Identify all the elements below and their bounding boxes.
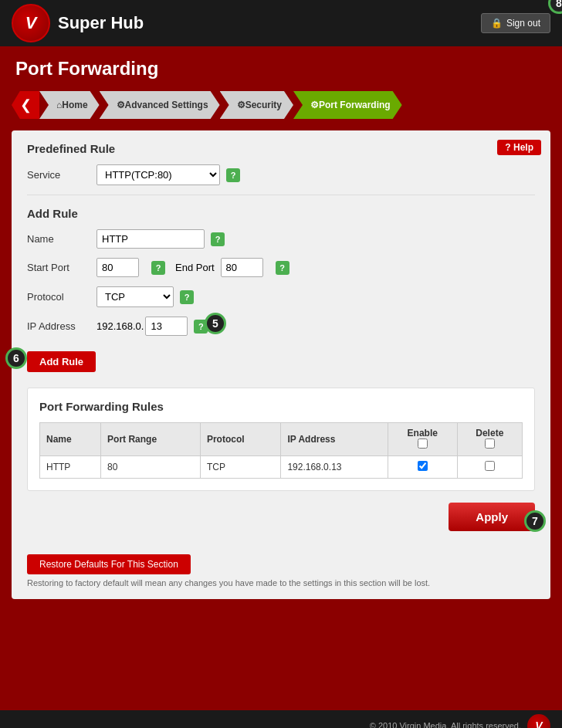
- row-port-range: 80: [101, 456, 201, 479]
- add-rule-area: 6 Add Rule: [27, 345, 96, 380]
- divider-1: [27, 195, 535, 195]
- name-help-icon[interactable]: ?: [211, 232, 225, 246]
- ip-address-prefix: 192.168.0.: [96, 320, 144, 332]
- delete-all-checkbox[interactable]: [485, 438, 495, 449]
- end-port-label: End Port: [175, 262, 215, 273]
- restore-note: Restoring to factory default will mean a…: [27, 578, 535, 587]
- nav-advanced-settings[interactable]: ⚙ Advanced Settings: [100, 91, 220, 119]
- footer-logo: V: [527, 714, 550, 728]
- protocol-row: Protocol TCP UDP TCP/UDP ?: [27, 286, 535, 307]
- add-rule-button[interactable]: Add Rule: [27, 351, 96, 372]
- service-label: Service: [27, 169, 96, 181]
- content-panel: ? Help Predefined Rule Service HTTP(TCP:…: [12, 130, 550, 599]
- row-enable-checkbox[interactable]: [418, 461, 428, 471]
- step-badge-7: 7: [524, 510, 546, 532]
- logo-area: Super Hub: [12, 4, 144, 42]
- protocol-select[interactable]: TCP UDP TCP/UDP: [96, 286, 174, 307]
- sign-out-button[interactable]: 🔒 Sign out: [481, 13, 550, 33]
- protocol-help-icon[interactable]: ?: [180, 290, 194, 304]
- start-port-input[interactable]: [96, 258, 139, 277]
- name-label: Name: [27, 233, 96, 245]
- port-row: Start Port ? End Port ?: [27, 258, 535, 277]
- home-icon: ⌂: [56, 100, 62, 110]
- apply-button[interactable]: Apply: [449, 503, 535, 531]
- nav-security[interactable]: ⚙ Security: [220, 91, 293, 119]
- enable-all-checkbox[interactable]: [418, 438, 428, 449]
- ip-address-label: IP Address: [27, 320, 96, 332]
- protocol-label: Protocol: [27, 291, 96, 303]
- header: Super Hub 🔒 Sign out 8: [0, 0, 562, 46]
- port-forwarding-rules-section: Port Forwarding Rules Name Port Range Pr…: [27, 388, 535, 491]
- ip-address-input[interactable]: [145, 317, 188, 336]
- row-ip-address: 192.168.0.13: [281, 456, 388, 479]
- rules-table: Name Port Range Protocol IP Address Enab…: [39, 422, 523, 479]
- restore-section: Restore Defaults For This Section Restor…: [27, 547, 535, 587]
- nav-home[interactable]: ⌂ Home: [39, 91, 100, 119]
- sign-out-icon: 🔒: [491, 18, 503, 29]
- port-forwarding-icon: ⚙: [310, 100, 319, 110]
- settings-icon: ⚙: [117, 100, 125, 110]
- app-title: Super Hub: [58, 13, 144, 33]
- col-protocol: Protocol: [200, 423, 280, 456]
- restore-defaults-button[interactable]: Restore Defaults For This Section: [27, 554, 191, 574]
- step-badge-8: 8: [548, 0, 562, 14]
- predefined-rule-title: Predefined Rule: [27, 142, 535, 155]
- add-rule-title: Add Rule: [27, 207, 535, 220]
- col-ip-address: IP Address: [281, 423, 388, 456]
- start-port-help-icon[interactable]: ?: [151, 261, 165, 275]
- main-container: Port Forwarding ❮ ⌂ Home ⚙ Advanced Sett…: [0, 46, 562, 710]
- footer: © 2010 Virgin Media. All rights reserved…: [0, 710, 562, 728]
- row-delete-checkbox[interactable]: [485, 461, 495, 471]
- rules-table-title: Port Forwarding Rules: [39, 400, 523, 413]
- service-select[interactable]: HTTP(TCP:80) FTP(TCP:21) SMTP(TCP:25) PO…: [96, 164, 220, 185]
- nav-back-button[interactable]: ❮: [12, 91, 39, 119]
- col-enable: Enable: [388, 423, 457, 456]
- table-row: HTTP 80 TCP 192.168.0.13: [40, 456, 523, 479]
- end-port-help-icon[interactable]: ?: [276, 261, 289, 275]
- help-button[interactable]: ? Help: [497, 140, 541, 155]
- service-row: Service HTTP(TCP:80) FTP(TCP:21) SMTP(TC…: [27, 164, 535, 185]
- service-help-icon[interactable]: ?: [226, 168, 240, 182]
- row-protocol: TCP: [200, 456, 280, 479]
- col-delete: Delete: [457, 423, 522, 456]
- col-name: Name: [40, 423, 101, 456]
- copyright-text: © 2010 Virgin Media. All rights reserved…: [370, 721, 521, 728]
- row-enable-cell: [388, 456, 457, 479]
- virgin-media-logo: [12, 4, 50, 42]
- step-badge-5: 5: [205, 313, 226, 334]
- nav-port-forwarding[interactable]: ⚙ Port Forwarding: [293, 91, 402, 119]
- security-icon: ⚙: [237, 100, 245, 110]
- ip-address-row: IP Address 192.168.0. ? 5: [27, 317, 535, 336]
- name-row: Name ?: [27, 229, 535, 249]
- breadcrumb-nav: ❮ ⌂ Home ⚙ Advanced Settings ⚙ Security …: [12, 91, 550, 119]
- end-port-input[interactable]: [221, 258, 263, 277]
- page-title: Port Forwarding: [12, 58, 550, 80]
- start-port-label: Start Port: [27, 262, 96, 273]
- col-port-range: Port Range: [101, 423, 201, 456]
- name-input[interactable]: [96, 229, 205, 249]
- row-name: HTTP: [40, 456, 101, 479]
- port-inputs: ? End Port ?: [96, 258, 289, 277]
- step-badge-6: 6: [5, 347, 27, 369]
- apply-area: Apply 7: [27, 503, 535, 531]
- row-delete-cell: [457, 456, 522, 479]
